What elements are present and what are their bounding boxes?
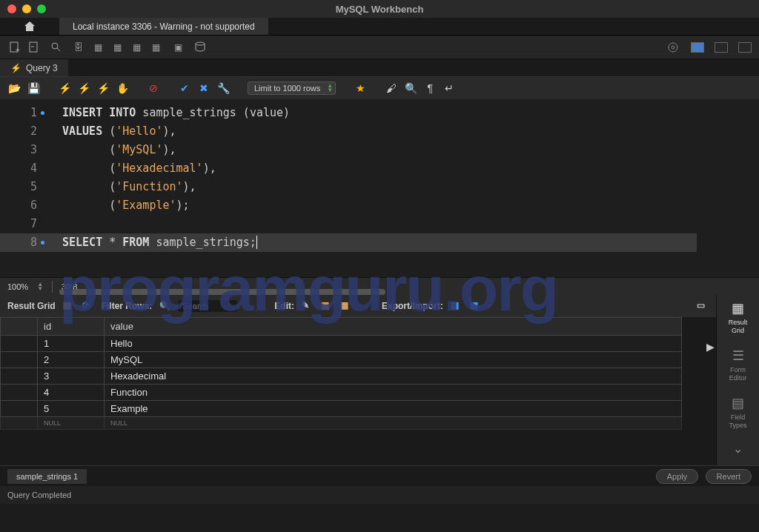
open-icon[interactable]: 📂: [7, 82, 21, 95]
result-tab[interactable]: sample_strings 1: [7, 469, 87, 484]
app-title: MySQL Workbench: [0, 4, 759, 15]
query-tab-label: Query 3: [26, 63, 58, 73]
panel-right-icon[interactable]: [738, 42, 752, 53]
editor-toolbar: 📂 💾 ⚡ ⚡ ⚡ ✋ ⊘ ✔ ✖ 🔧 Limit to 1000 rows ▲…: [0, 77, 759, 99]
grid-icon[interactable]: ▦: [63, 300, 75, 312]
invisible-icon[interactable]: ¶: [423, 82, 437, 95]
find-icon[interactable]: 🔍: [404, 82, 417, 95]
result-grid-button[interactable]: ▦ Result Grid: [729, 299, 748, 335]
view-icon[interactable]: ▦: [129, 40, 144, 55]
home-tab[interactable]: [0, 18, 59, 35]
expand-icon[interactable]: ▶: [706, 341, 715, 353]
connection-tab-label: Local instance 3306 - Warning - not supp…: [73, 21, 255, 32]
rollback-icon[interactable]: ✖: [197, 82, 211, 95]
chevron-down-icon[interactable]: ⌄: [733, 442, 743, 456]
field-types-button[interactable]: ▤ Field Types: [729, 394, 746, 430]
updown-icon[interactable]: ▲▼: [37, 282, 43, 291]
table-icon[interactable]: ▦: [90, 40, 105, 55]
toggle-icon[interactable]: 🔧: [216, 82, 230, 95]
main-toolbar: + 🗄 ▦ ▦ ▦ ▦ ▣: [0, 36, 759, 59]
form-icon: ☰: [729, 347, 747, 365]
horizontal-scrollbar[interactable]: [59, 289, 385, 295]
field-types-side-label: Field Types: [729, 413, 746, 430]
table-row[interactable]: 4Function: [1, 385, 682, 401]
new-file-icon[interactable]: +: [7, 40, 22, 55]
open-file-icon[interactable]: [27, 40, 42, 55]
search-input[interactable]: [178, 300, 237, 312]
query-tabbar: ⚡ Query 3: [0, 59, 759, 77]
result-side-panel: ▦ Result Grid ☰ Form Editor ▤ Field Type…: [716, 295, 759, 465]
gear-icon[interactable]: [666, 40, 680, 55]
zoom-level[interactable]: 100%: [7, 282, 28, 291]
edit-label: Edit:: [274, 301, 294, 311]
table-row[interactable]: 5Example: [1, 401, 682, 417]
svg-point-6: [669, 43, 677, 52]
query-tab[interactable]: ⚡ Query 3: [0, 59, 68, 76]
revert-button[interactable]: Revert: [706, 469, 752, 484]
import-icon[interactable]: ▦: [470, 300, 482, 312]
connection-tab[interactable]: Local instance 3306 - Warning - not supp…: [59, 18, 268, 35]
star-icon[interactable]: ★: [354, 82, 367, 95]
result-grid-side-label: Result Grid: [729, 319, 748, 335]
status-footer: Query Completed: [0, 486, 759, 504]
table-add-icon[interactable]: ▦: [110, 40, 125, 55]
svg-point-5: [196, 42, 205, 45]
apply-button[interactable]: Apply: [656, 469, 699, 484]
svg-text:+: +: [16, 46, 20, 54]
titlebar: MySQL Workbench: [0, 0, 759, 18]
save-icon[interactable]: 💾: [27, 82, 40, 95]
line-gutter: 12345678: [0, 99, 46, 252]
svg-line-4: [57, 48, 60, 51]
add-row-icon[interactable]: ▦: [321, 300, 333, 312]
routine-icon[interactable]: ▦: [148, 40, 163, 55]
refresh-icon[interactable]: ⟳: [82, 300, 94, 312]
export-label: Export/Import:: [382, 301, 443, 311]
edit-row-icon[interactable]: ✎: [302, 300, 314, 312]
stop-icon[interactable]: ✋: [116, 82, 129, 95]
form-editor-side-label: Form Editor: [729, 366, 747, 382]
execute-current-icon[interactable]: ⚡: [77, 82, 90, 95]
toggle-autocommit-icon[interactable]: ⊘: [147, 82, 160, 95]
panel-bottom-icon[interactable]: [715, 42, 728, 53]
result-grid[interactable]: idvalue 1Hello 2MySQL 3Hexadecimal 4Func…: [0, 317, 716, 465]
delete-row-icon[interactable]: ▦: [340, 300, 352, 312]
status-text: Query Completed: [7, 491, 71, 499]
form-editor-button[interactable]: ☰ Form Editor: [729, 347, 747, 382]
db-add-icon[interactable]: 🗄: [71, 40, 86, 55]
svg-point-3: [52, 43, 58, 49]
bolt-icon: ⚡: [10, 63, 21, 73]
svg-point-7: [672, 46, 675, 49]
filter-label: Filter Rows:: [102, 301, 153, 311]
panel-left-icon[interactable]: [691, 42, 704, 53]
inspector-icon[interactable]: [49, 40, 64, 55]
wrap-result-icon[interactable]: ▭: [697, 300, 709, 312]
export-icon[interactable]: ▦: [451, 300, 463, 312]
table-row[interactable]: 3Hexadecimal: [1, 368, 682, 385]
sql-editor[interactable]: 12345678 INSERT INTO sample_strings (val…: [0, 99, 759, 277]
explain-icon[interactable]: ⚡: [96, 82, 110, 95]
updown-icon: ▲▼: [327, 84, 333, 93]
commit-icon[interactable]: ✔: [178, 82, 191, 95]
limit-label: Limit to 1000 rows: [254, 84, 320, 93]
result-toolbar: Result Grid ▦ ⟳ Filter Rows: 🔍 Edit: ✎ ▦…: [0, 295, 716, 317]
beautify-icon[interactable]: 🖌: [385, 82, 398, 95]
table-row[interactable]: 1Hello: [1, 336, 682, 352]
code-area[interactable]: INSERT INTO sample_strings (value)VALUES…: [0, 99, 759, 252]
table-row[interactable]: 2MySQL: [1, 352, 682, 368]
result-grid-label: Result Grid: [7, 301, 56, 311]
wrap-icon[interactable]: ↵: [443, 82, 456, 95]
grid-icon: ▦: [729, 299, 746, 317]
result-area: Result Grid ▦ ⟳ Filter Rows: 🔍 Edit: ✎ ▦…: [0, 295, 759, 465]
sql-script-icon[interactable]: ▣: [170, 40, 185, 55]
result-tabbar: sample_strings 1 Apply Revert: [0, 465, 759, 486]
field-icon: ▤: [729, 394, 746, 412]
db-cylinder-icon[interactable]: [193, 40, 208, 55]
result-tab-label: sample_strings 1: [16, 472, 78, 481]
connection-tabbar: Local instance 3306 - Warning - not supp…: [0, 18, 759, 36]
limit-select[interactable]: Limit to 1000 rows ▲▼: [248, 82, 336, 95]
execute-icon[interactable]: ⚡: [58, 82, 71, 95]
